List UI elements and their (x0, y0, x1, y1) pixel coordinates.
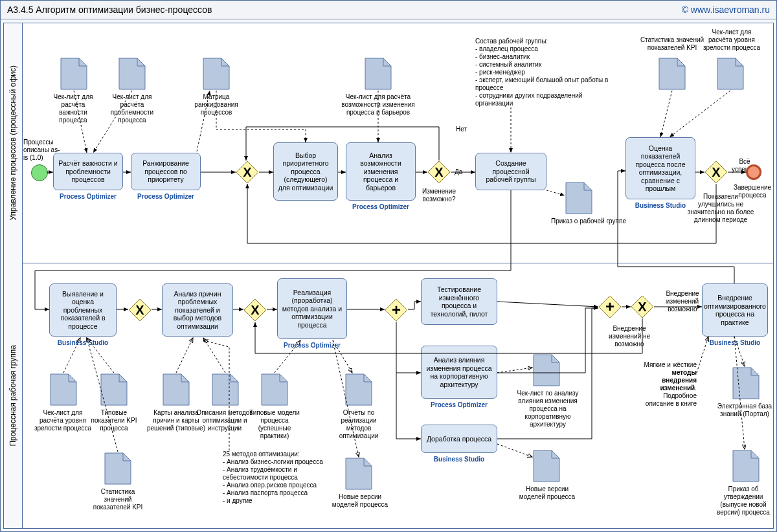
note-title: 25 методов оптимизации: (223, 450, 300, 458)
document-icon (344, 457, 373, 491)
gateway-change-possible: X (427, 161, 451, 184)
svg-text:X: X (638, 300, 647, 314)
doc-label: Приказ об утверждении (выпуске новой вер… (711, 485, 776, 516)
document-icon (202, 57, 231, 91)
document-icon (260, 373, 289, 406)
role-label: Process Optimizer (53, 193, 123, 200)
lane-title-top: Управление процессов (процессный офис) (4, 23, 23, 263)
doc-label: Описания методов оптимизации и инструкци… (196, 409, 254, 432)
gateway-parallel: + (598, 295, 622, 318)
svg-line-53 (497, 444, 532, 457)
task-b2: Анализ причин проблемных показателей и в… (162, 283, 233, 337)
svg-line-41 (497, 302, 598, 307)
gateway-xor: X (243, 298, 267, 322)
svg-text:X: X (243, 165, 252, 179)
svg-text:+: + (605, 298, 614, 315)
svg-line-52 (497, 368, 532, 373)
gateway-label: Изменение возможно? (417, 188, 461, 203)
role-label: Process Optimizer (277, 342, 347, 349)
task-b3: Реализация (проработка) методов анализа … (277, 278, 347, 339)
role-label: Process Optimizer (421, 401, 497, 408)
document-icon (532, 353, 561, 387)
svg-line-48 (203, 338, 225, 373)
document-icon (118, 57, 146, 91)
gateway-success: X (704, 161, 728, 184)
svg-text:X: X (712, 165, 721, 179)
task-create-group: Создание процессной рабочей группы (475, 153, 546, 190)
doc-label: Чек-лист для расчёта возможности изменен… (339, 93, 417, 116)
gw2-yes: Внедрение изменений возможно (657, 290, 708, 313)
document-icon (732, 449, 760, 483)
document-icon (344, 373, 373, 406)
task-b7: Внедрение оптимизированного процесса на … (702, 283, 768, 337)
document-icon (716, 57, 745, 91)
svg-line-22 (670, 91, 730, 137)
note-25-methods: 25 методов оптимизации: - Анализ бизнес-… (223, 450, 333, 505)
svg-line-21 (660, 91, 672, 137)
svg-line-47 (176, 338, 193, 373)
doc-label: Статистика значений показателей KPI (87, 488, 149, 511)
document-icon (162, 373, 190, 406)
task-analyze-barriers: Анализ возможности изменения процесса и … (346, 142, 416, 201)
task-b1: Выявление и оценка проблемных показателе… (49, 283, 117, 337)
start-event (31, 164, 48, 181)
svg-text:X: X (434, 165, 444, 179)
gw-yes: Да (455, 168, 462, 176)
task-calc-importance: Расчёт важности и проблемности процессов (53, 153, 123, 190)
note-title: Состав рабочей группы: (475, 38, 548, 45)
doc-label: Типовые модели процесса (успешные практи… (246, 409, 303, 440)
doc-label: Электронная база знаний (Портал) (714, 403, 776, 418)
lane-working-group: Процессная рабочая группа Выявление и оц… (4, 263, 773, 528)
doc-label: Чек-лист для расчёта важности процесса (47, 93, 100, 124)
diagram-title: А3.4.5 Алгоритм оптимизации бизнес-проце… (7, 5, 212, 15)
task-b5: Анализ влияния изменения процесса на кор… (421, 346, 497, 399)
doc-label: Отчёты по реализации методов оптимизации (330, 409, 387, 440)
end-event-label: Завершение процесса (729, 184, 776, 199)
gw2-no: Внедрение изменений не возможно (603, 325, 655, 348)
gateway-xor: X (236, 161, 259, 184)
doc-label: Новые версии моделей процесса (330, 493, 390, 509)
task-select-priority: Выбор приоритетного процесса (следующего… (273, 142, 338, 201)
title-bar: А3.4.5 Алгоритм оптимизации бизнес-проце… (1, 1, 776, 19)
copyright-link[interactable]: © www.isaevroman.ru (682, 5, 770, 15)
svg-line-20 (546, 190, 565, 195)
doc-label: Приказ о рабочей группе (546, 217, 631, 225)
doc-label: Типовые показатели KPI процесса (87, 409, 141, 432)
page-root: А3.4.5 Алгоритм оптимизации бизнес-проце… (0, 0, 777, 532)
doc-label: Чек-лист для расчёта уровня зрелости про… (34, 409, 92, 432)
gateway-xor: X (128, 298, 152, 322)
lane-body-top: Процессы описаны as-is (1.0) Чек-лист дл… (22, 23, 773, 263)
task-b4: Тестирование изменённого процесса и техн… (421, 278, 497, 325)
document-icon (60, 57, 88, 91)
doc-label: Матрица ранжирования процессов (186, 93, 246, 116)
note-group-composition: Состав рабочей группы: - владелец процес… (475, 38, 618, 107)
gateway-parallel: + (385, 298, 408, 322)
document-icon (104, 452, 132, 485)
svg-text:X: X (251, 303, 260, 317)
gateway-impl-possible: X (631, 295, 654, 318)
doc-label: Статистика значений показателей KPI (640, 36, 704, 52)
document-icon (732, 366, 760, 400)
note-impl-methods: Мягкие и жёсткие методы внедрения измене… (640, 361, 697, 408)
document-icon (49, 373, 78, 406)
doc-label: Чек-лист по анализу влияния изменения пр… (515, 390, 580, 428)
end-event (746, 164, 761, 180)
task-b6: Доработка процесса (421, 425, 497, 453)
lane-title-bottom: Процессная рабочая группа (4, 263, 23, 528)
bpmn-pool: Управление процессов (процессный офис) П… (3, 23, 774, 529)
document-icon (100, 373, 128, 406)
task-evaluate-kpi: Оценка показателей процесса после оптими… (625, 137, 695, 199)
role-label: Process Optimizer (131, 193, 201, 200)
document-icon (532, 449, 561, 483)
doc-label: Новые версии моделей процесса (517, 485, 578, 501)
lane-process-office: Управление процессов (процессный офис) П… (4, 23, 773, 263)
document-icon (565, 181, 593, 215)
task-rank: Ранжирование процессов по приоритету (131, 153, 201, 190)
gw-no: Нет (456, 126, 467, 133)
lane-body-bottom: Выявление и оценка проблемных показателе… (22, 263, 773, 528)
svg-text:+: + (392, 301, 401, 318)
role-label: Business Studio (421, 456, 497, 463)
role-label: Process Optimizer (346, 203, 416, 210)
doc-label: Чек-лист для расчёта уровня зрелости про… (699, 28, 764, 52)
role-label: Business Studio (49, 339, 117, 346)
